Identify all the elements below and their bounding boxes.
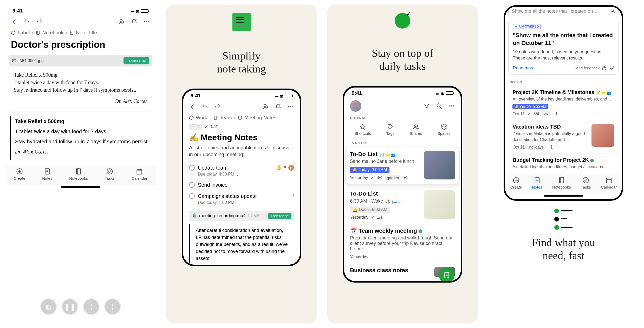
svg-point-31: [449, 105, 450, 106]
browse-tab-shortcuts[interactable]: Shortcuts: [354, 123, 371, 136]
status-bar: 9:41: [344, 88, 461, 98]
redo-icon[interactable]: [36, 18, 43, 25]
status-bar: 9:41: [183, 90, 300, 100]
thumbs-up-icon[interactable]: [602, 65, 607, 71]
back-icon[interactable]: [189, 103, 196, 110]
transcribe-button[interactable]: Transcribe: [268, 213, 291, 219]
notebook-icon: [75, 168, 82, 175]
svg-rect-4: [37, 31, 40, 35]
tab-calendar[interactable]: Calendar: [601, 177, 617, 189]
tab-notebooks[interactable]: Notebooks: [69, 168, 88, 180]
svg-point-36: [417, 125, 418, 126]
tab-notes[interactable]: Notes: [532, 177, 542, 189]
breadcrumb[interactable]: Label › Notebook › Note Title: [5, 28, 156, 37]
task-item[interactable]: Update team 🔔 ⚑ H Due today, 4:30 PM⌄: [183, 162, 300, 179]
tab-notebooks[interactable]: Notebooks: [552, 177, 571, 189]
bell-icon: 🔔: [352, 168, 357, 172]
bottom-tab-bar: Create Notes Notebooks Tasks Calendar: [5, 165, 156, 185]
notes-header: NOTES: [505, 79, 622, 86]
crumb-label[interactable]: Label: [18, 30, 30, 36]
tab-tasks[interactable]: Tasks: [581, 177, 591, 189]
notebook-icon: [36, 30, 40, 35]
browse-tab-tags[interactable]: Tags: [386, 123, 394, 136]
search-input[interactable]: Show me all the notes that I created on…: [508, 6, 619, 17]
phone-frame: 9:41 Work› Team›: [182, 89, 301, 266]
more-icon[interactable]: [448, 103, 455, 109]
task-check-icon: ✔: [528, 111, 531, 116]
more-icon[interactable]: [143, 18, 150, 25]
svg-rect-44: [560, 177, 564, 183]
ai-answer-body: 10 notes were found, based on your quest…: [513, 49, 614, 61]
task-item[interactable]: Send invoice: [183, 179, 300, 191]
note-card[interactable]: To-Do List 6:30 AM - Wake Up 🛏️… 🔔Dec 6,…: [344, 187, 461, 224]
more-icon[interactable]: ⋯: [610, 23, 615, 28]
share-person-icon[interactable]: [262, 103, 269, 110]
task-checkbox[interactable]: [189, 165, 195, 171]
crumb-notebook[interactable]: Notebook: [42, 30, 63, 36]
notebook-icon: [213, 115, 218, 120]
note-icon: [44, 168, 51, 175]
panel-headline: Find what you need, fast: [532, 236, 595, 262]
note-title: Meeting Notes: [201, 133, 258, 142]
back-icon[interactable]: [11, 18, 18, 25]
cube-icon: [441, 123, 447, 130]
file-attachment[interactable]: 🎙️ meeting_recording.mp4 1.2 MB Transcri…: [189, 211, 294, 221]
status-time: 9:41: [12, 8, 23, 14]
svg-point-23: [288, 106, 289, 107]
svg-point-2: [146, 21, 147, 22]
bottom-tab-bar: Create Notes Notebooks Tasks Calendar: [505, 174, 622, 193]
read-more-link[interactable]: Read more: [513, 65, 535, 71]
svg-point-46: [583, 177, 589, 183]
share-person-icon[interactable]: [118, 18, 125, 25]
profile-avatar[interactable]: [350, 100, 361, 112]
undo-icon[interactable]: [201, 103, 208, 110]
note-card[interactable]: 📅 Team weekly meeting Prep for client me…: [344, 224, 461, 263]
svg-line-30: [440, 107, 442, 109]
loading-spinner-icon[interactable]: ◐: [40, 298, 57, 315]
redo-icon[interactable]: [214, 103, 221, 110]
undo-icon[interactable]: [23, 18, 30, 25]
thumbs-down-icon[interactable]: [609, 65, 614, 71]
reminder-icon[interactable]: [131, 18, 138, 25]
transcribe-button[interactable]: Transcribe: [123, 57, 149, 64]
tab-create[interactable]: Create: [14, 168, 25, 180]
tab-tasks[interactable]: Tasks: [105, 168, 115, 180]
search-icon[interactable]: [610, 8, 615, 15]
filter-icon[interactable]: [423, 103, 430, 109]
breadcrumb[interactable]: Work› Team› Meeting Notes: [183, 113, 300, 122]
search-result[interactable]: Budget Tracking for Project 2K A detaile…: [508, 153, 619, 173]
search-icon[interactable]: [436, 103, 443, 109]
note-count-chip[interactable]: 📄1: [189, 124, 202, 130]
bell-icon: 🔔: [276, 165, 282, 171]
chevron-down-icon[interactable]: ⌄: [236, 172, 239, 177]
search-result[interactable]: Vacation ideas TBD 2 weeks in Malaga is …: [508, 120, 619, 153]
skip-fwd-icon[interactable]: ⟩: [104, 298, 121, 315]
browse-tab-spaces[interactable]: Spaces: [438, 123, 451, 136]
check-circle-icon: [582, 177, 589, 184]
pause-icon[interactable]: ❚❚: [62, 298, 78, 315]
featured-note-card[interactable]: To-Do List 📝 ⭐ 👥 Send mail to Jane befor…: [345, 147, 460, 184]
signal-icon: [275, 93, 278, 99]
svg-point-3: [148, 21, 149, 22]
svg-point-38: [611, 9, 614, 11]
svg-rect-18: [137, 169, 142, 174]
bell-icon: 🔔: [353, 207, 358, 212]
browse-tab-shared[interactable]: Shared: [410, 123, 422, 136]
tab-create[interactable]: Create: [510, 177, 522, 189]
task-checkbox[interactable]: [189, 182, 195, 188]
skip-back-icon[interactable]: ⟨: [83, 298, 100, 315]
reminder-pill-done: 🔔Dec 6, 9:00 AM: [350, 206, 390, 213]
ai-badge: ✦ AI-POWERED: [513, 24, 541, 29]
reminder-icon[interactable]: [275, 103, 282, 110]
task-item[interactable]: Campaigns status update ! Due today, 1:0…: [183, 191, 300, 207]
tab-calendar[interactable]: Calendar: [132, 168, 147, 180]
crumb-note[interactable]: Note Title: [76, 30, 97, 36]
signal-icon: [435, 90, 439, 96]
new-note-fab[interactable]: [439, 267, 454, 283]
search-result[interactable]: Project 2K Timeline & Milestones 📝 ⭐ 👥 A…: [508, 86, 619, 120]
more-icon[interactable]: [287, 103, 294, 110]
task-checkbox[interactable]: [189, 193, 195, 199]
audio-file-icon: 🎙️: [192, 213, 197, 219]
svg-point-29: [437, 104, 440, 107]
tab-notes[interactable]: Notes: [42, 168, 52, 180]
